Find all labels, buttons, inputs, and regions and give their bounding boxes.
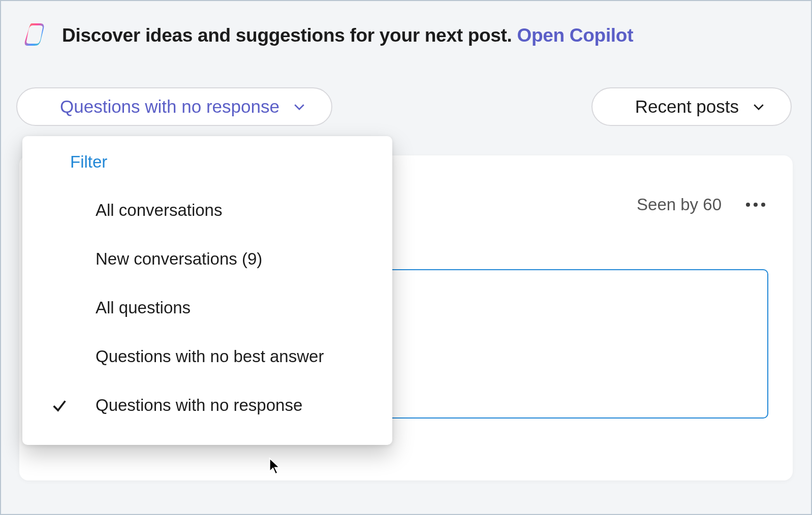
more-options-button[interactable] (743, 200, 768, 210)
sort-dropdown-label: Recent posts (635, 96, 739, 117)
dropdown-item-label: Questions with no best answer (96, 347, 392, 366)
banner-text: Discover ideas and suggestions for your … (62, 25, 633, 46)
dropdown-header: Filter (22, 149, 392, 186)
dropdown-item-label: Questions with no response (96, 396, 392, 415)
filter-item-new-conversations[interactable]: New conversations (9) (22, 235, 392, 283)
chevron-down-icon (751, 99, 766, 114)
dropdown-item-label: All conversations (96, 201, 392, 220)
filter-dropdown-button[interactable]: Questions with no response (16, 87, 332, 126)
check-icon (51, 397, 68, 414)
filter-dropdown-label: Questions with no response (60, 96, 279, 117)
chevron-down-icon (292, 99, 307, 114)
copilot-icon (22, 21, 51, 50)
dropdown-item-label: All questions (96, 298, 392, 317)
copilot-banner: Discover ideas and suggestions for your … (1, 1, 811, 60)
filter-item-all-questions[interactable]: All questions (22, 283, 392, 332)
filter-dropdown-menu: Filter All conversations New conversatio… (22, 136, 392, 445)
check-slot (48, 397, 96, 414)
sort-dropdown-button[interactable]: Recent posts (591, 87, 792, 126)
banner-message: Discover ideas and suggestions for your … (62, 25, 512, 46)
open-copilot-link[interactable]: Open Copilot (517, 25, 634, 46)
filter-item-all-conversations[interactable]: All conversations (22, 186, 392, 235)
controls-row: Questions with no response Recent posts (1, 60, 811, 126)
filter-item-no-best-answer[interactable]: Questions with no best answer (22, 332, 392, 381)
filter-item-no-response[interactable]: Questions with no response (22, 381, 392, 430)
dropdown-item-label: New conversations (9) (96, 249, 392, 269)
seen-by-text: Seen by 60 (637, 195, 722, 214)
